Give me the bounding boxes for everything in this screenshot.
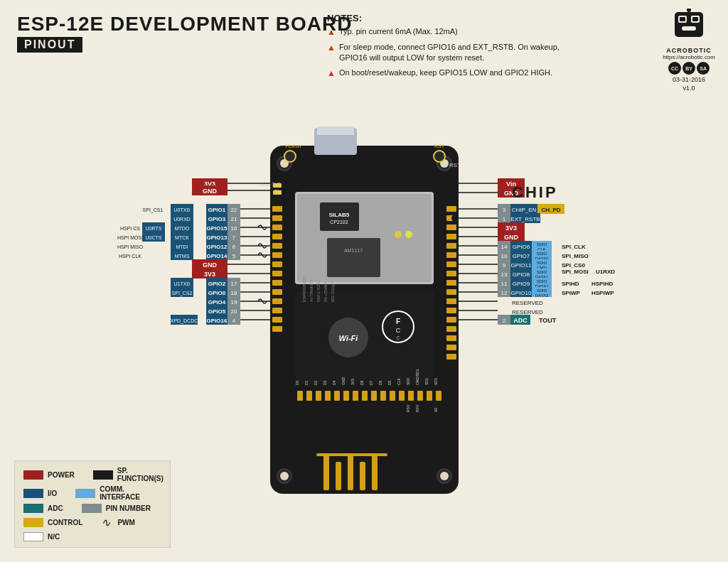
legend-nc-label: N/C (48, 533, 60, 541)
svg-text:SPIWP: SPIWP (562, 290, 580, 296)
svg-text:14: 14 (501, 244, 508, 250)
svg-rect-59 (446, 234, 456, 239)
svg-rect-93 (372, 455, 378, 490)
legend-io-label: I/O (48, 490, 57, 497)
svg-text:CP2102: CP2102 (330, 220, 348, 225)
svg-point-18 (440, 472, 449, 480)
legend-spfunc-box (93, 470, 113, 480)
svg-rect-44 (272, 225, 282, 230)
svg-point-95 (395, 231, 402, 238)
svg-text:MTCK: MTCK (175, 235, 189, 240)
license-area: CC BY SA (663, 62, 715, 75)
svg-text:11: 11 (501, 281, 508, 287)
svg-text:CMD/SD1: CMD/SD1 (415, 369, 419, 385)
svg-text:U0CTS: U0CTS (146, 235, 162, 240)
svg-text:TOUT: TOUT (539, 317, 557, 324)
svg-rect-80 (362, 391, 368, 401)
svg-text:6: 6 (232, 244, 236, 250)
svg-text:GPIO0: GPIO0 (208, 290, 226, 296)
svg-text:A0: A0 (434, 408, 438, 412)
svg-text:HSPIHD: HSPIHD (592, 281, 613, 287)
svg-text:802.11b/g/n: 802.11b/g/n (331, 281, 335, 302)
svg-rect-55 (272, 326, 282, 332)
svg-text:ISM 2.4GHz: ISM 2.4GHz (316, 281, 321, 302)
svg-text:MTDO: MTDO (175, 226, 190, 231)
svg-text:D8: D8 (360, 380, 364, 385)
svg-text:3V3: 3V3 (204, 271, 215, 278)
svg-rect-54 (272, 317, 282, 323)
svg-text:HSPI CLK: HSPI CLK (119, 254, 141, 259)
svg-text:C: C (396, 327, 401, 334)
svg-text:FLA: FLA (286, 144, 295, 148)
svg-text:GPIO6: GPIO6 (513, 244, 530, 250)
svg-text:U0RXD: U0RXD (173, 217, 191, 222)
logo-version: v1.0 (663, 85, 715, 92)
svg-text:3V3: 3V3 (350, 379, 355, 385)
svg-text:SILAB5: SILAB5 (329, 212, 350, 218)
svg-rect-46 (272, 243, 282, 249)
svg-rect-69 (446, 326, 456, 332)
svg-rect-68 (446, 317, 456, 323)
svg-text:D4: D4 (332, 380, 336, 385)
svg-text:HSPI MISO: HSPI MISO (117, 244, 144, 249)
warning-icon-2: ▲ (327, 42, 336, 54)
svg-text:GPIO8: GPIO8 (513, 271, 530, 278)
svg-text:CLK: CLK (397, 378, 401, 385)
sa-icon: SA (697, 62, 710, 75)
svg-text:SH: SH (295, 144, 301, 148)
svg-text:D6: D6 (378, 380, 382, 385)
title-area: ESP-12E DEVELOPMENT BOARD PINOUT (17, 13, 353, 53)
svg-text:9: 9 (503, 262, 506, 269)
svg-text:GPIO16: GPIO16 (207, 318, 228, 324)
svg-rect-76 (325, 391, 331, 401)
svg-text:SD0: SD0 (406, 378, 410, 385)
svg-rect-48 (272, 261, 282, 267)
legend-pinnum-box (82, 504, 102, 513)
svg-rect-50 (272, 280, 282, 286)
svg-text:17: 17 (231, 281, 237, 287)
svg-text:SPI_MOSI: SPI_MOSI (562, 269, 589, 275)
svg-text:AM1117: AM1117 (344, 248, 363, 253)
svg-text:GPIO5: GPIO5 (208, 308, 226, 315)
svg-rect-62 (446, 261, 456, 267)
svg-text:PA +25dBm: PA +25dBm (323, 281, 328, 302)
svg-rect-24 (327, 238, 380, 277)
pinout-badge: PINOUT (17, 37, 82, 53)
legend-control: CONTROL ∿ PWM (23, 516, 161, 529)
legend-control-label: CONTROL (48, 519, 82, 526)
svg-text:13: 13 (501, 271, 508, 278)
svg-text:21: 21 (231, 216, 237, 222)
svg-text:CHIP: CHIP (512, 183, 558, 201)
svg-text:GPIO10: GPIO10 (511, 290, 532, 296)
legend-pinnum-label: PIN NUMBER (106, 504, 151, 512)
svg-rect-42 (272, 206, 282, 212)
svg-rect-49 (272, 271, 282, 276)
svg-text:GPIO2: GPIO2 (208, 281, 226, 287)
svg-text:D3: D3 (323, 380, 327, 385)
svg-rect-51 (272, 289, 282, 295)
svg-text:GPIO15: GPIO15 (207, 225, 228, 232)
note-text-2: For sleep mode, connect GPIO16 and EXT_R… (339, 42, 569, 64)
svg-rect-3 (680, 17, 685, 21)
legend-nc-box (23, 532, 43, 541)
svg-rect-92 (360, 462, 365, 490)
svg-rect-85 (408, 391, 414, 401)
legend-spfunc-label: SP. FUNCTION(S) (117, 467, 164, 482)
svg-rect-4 (692, 17, 698, 21)
svg-text:4: 4 (232, 318, 236, 324)
svg-text:SPI_CS1: SPI_CS1 (143, 207, 164, 213)
svg-rect-0 (675, 12, 703, 37)
logo-date: 03-31-2016 (663, 76, 715, 83)
svg-text:RST: RST (434, 144, 445, 148)
svg-text:GPIO13: GPIO13 (207, 234, 228, 241)
svg-text:10: 10 (501, 253, 508, 259)
legend-io-box (23, 489, 43, 498)
svg-text:SPI_MISO: SPI_MISO (562, 253, 589, 259)
svg-rect-56 (446, 206, 456, 212)
svg-rect-78 (343, 391, 349, 401)
svg-point-17 (280, 472, 289, 480)
legend-adc-box (23, 504, 43, 513)
legend-power-box (23, 470, 43, 480)
svg-text:SPI_CS2: SPI_CS2 (172, 291, 193, 296)
svg-rect-53 (272, 308, 282, 313)
